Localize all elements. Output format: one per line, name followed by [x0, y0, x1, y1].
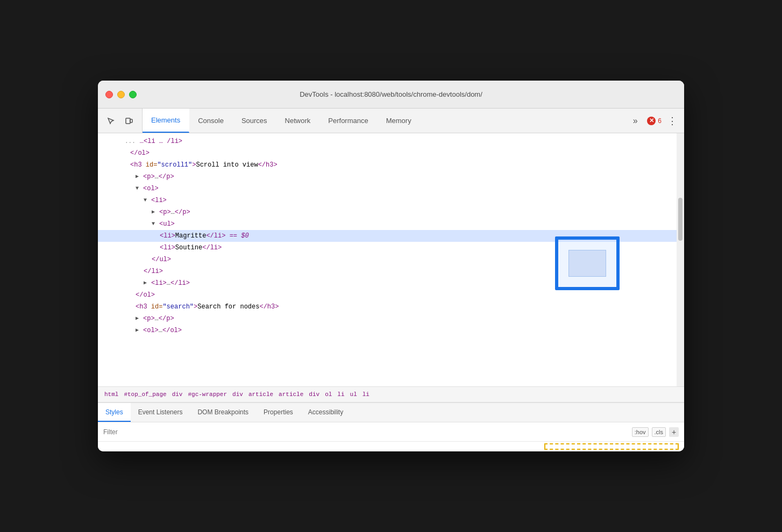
bottom-hint	[98, 442, 684, 451]
error-badge[interactable]: ✕ 6	[647, 117, 662, 125]
tabbar-right: » ✕ 6 ⋮	[622, 109, 684, 133]
dom-panel[interactable]: ... …<li … /li> </ol> <h3 id="scroll1">S…	[98, 133, 684, 386]
main-tabs: Elements Console Sources Network Perform…	[143, 109, 622, 133]
filter-buttons: :hov .cls +	[632, 427, 679, 437]
tab-accessibility[interactable]: Accessibility	[301, 403, 351, 422]
dom-line[interactable]: ▼ <li>	[98, 195, 684, 206]
breadcrumb-item[interactable]: #top_of_page	[122, 390, 168, 399]
tab-performance[interactable]: Performance	[319, 109, 377, 133]
svg-rect-0	[126, 118, 130, 124]
dom-line[interactable]: ... …<li … /li>	[98, 135, 684, 147]
panel-tabs: Styles Event Listeners DOM Breakpoints P…	[98, 403, 684, 422]
dom-line[interactable]: ▶ <p>…</p>	[98, 171, 684, 183]
tab-elements[interactable]: Elements	[143, 109, 189, 133]
dom-line[interactable]: ▼ <ol>	[98, 183, 684, 195]
tab-event-listeners[interactable]: Event Listeners	[131, 403, 190, 422]
tab-console[interactable]: Console	[189, 109, 233, 133]
add-style-button[interactable]: +	[669, 427, 679, 437]
breadcrumb-item[interactable]: ol	[323, 390, 334, 399]
breadcrumb: html #top_of_page div #gc-wrapper div ar…	[98, 386, 684, 402]
bottom-panel: Styles Event Listeners DOM Breakpoints P…	[98, 402, 684, 451]
more-tabs-button[interactable]: »	[628, 113, 643, 128]
breadcrumb-item[interactable]: li	[335, 390, 346, 399]
hov-button[interactable]: :hov	[632, 427, 649, 437]
tabbar-tools	[98, 109, 143, 133]
more-menu-button[interactable]: ⋮	[666, 114, 679, 127]
dom-line[interactable]: <h3 id="scroll1">Scroll into view</h3>	[98, 159, 684, 171]
tab-network[interactable]: Network	[276, 109, 320, 133]
breadcrumb-item[interactable]: div	[307, 390, 322, 399]
dom-line-selected[interactable]: <li>Magritte</li> == $0	[98, 230, 684, 242]
minimize-button[interactable]	[117, 91, 125, 98]
error-circle: ✕	[647, 117, 656, 125]
tab-memory[interactable]: Memory	[378, 109, 421, 133]
dom-line[interactable]: ▼ <ul>	[98, 218, 684, 230]
breadcrumb-item[interactable]: #gc-wrapper	[186, 390, 229, 399]
dom-line[interactable]: </li>	[98, 265, 684, 277]
breadcrumb-item[interactable]: article	[246, 390, 275, 399]
filter-bar: :hov .cls +	[98, 422, 684, 442]
dashed-rect	[544, 443, 679, 450]
breadcrumb-item[interactable]: html	[102, 390, 120, 399]
dom-line[interactable]: </ol>	[98, 289, 684, 301]
devtools-window: DevTools - localhost:8080/web/tools/chro…	[98, 81, 684, 451]
tabbar: Elements Console Sources Network Perform…	[98, 109, 684, 133]
dom-line[interactable]: ▶ <p>…</p>	[98, 313, 684, 325]
breadcrumb-item[interactable]: li	[360, 390, 372, 399]
window-title: DevTools - localhost:8080/web/tools/chro…	[300, 90, 482, 98]
dom-line[interactable]: <li>Soutine</li>	[98, 242, 684, 254]
tab-sources[interactable]: Sources	[233, 109, 276, 133]
scrollbar-thumb[interactable]	[678, 198, 683, 241]
breadcrumb-item[interactable]: ul	[348, 390, 359, 399]
dom-line[interactable]: </ul>	[98, 254, 684, 265]
tab-dom-breakpoints[interactable]: DOM Breakpoints	[190, 403, 256, 422]
inspect-element-button[interactable]	[103, 113, 118, 128]
dom-line[interactable]: <h3 id="search">Search for nodes</h3>	[98, 301, 684, 313]
dom-line[interactable]: ▶ <ol>…</ol>	[98, 325, 684, 336]
dom-line[interactable]: ▶ <p>…</p>	[98, 206, 684, 218]
scrollbar[interactable]	[677, 133, 684, 386]
tab-styles[interactable]: Styles	[98, 403, 131, 422]
filter-input[interactable]	[103, 428, 628, 436]
tab-properties[interactable]: Properties	[256, 403, 301, 422]
breadcrumb-item[interactable]: article	[276, 390, 305, 399]
breadcrumb-item[interactable]: div	[230, 390, 245, 399]
main-content: ... …<li … /li> </ol> <h3 id="scroll1">S…	[98, 133, 684, 451]
close-button[interactable]	[105, 91, 113, 98]
dom-line[interactable]: ▶ <li>…</li>	[98, 277, 684, 289]
cls-button[interactable]: .cls	[652, 427, 666, 437]
device-toolbar-button[interactable]	[122, 113, 137, 128]
titlebar: DevTools - localhost:8080/web/tools/chro…	[98, 81, 684, 109]
maximize-button[interactable]	[129, 91, 137, 98]
traffic-lights	[105, 91, 137, 98]
breadcrumb-item[interactable]: div	[170, 390, 185, 399]
svg-rect-1	[130, 119, 132, 123]
dom-line[interactable]: </ol>	[98, 147, 684, 159]
